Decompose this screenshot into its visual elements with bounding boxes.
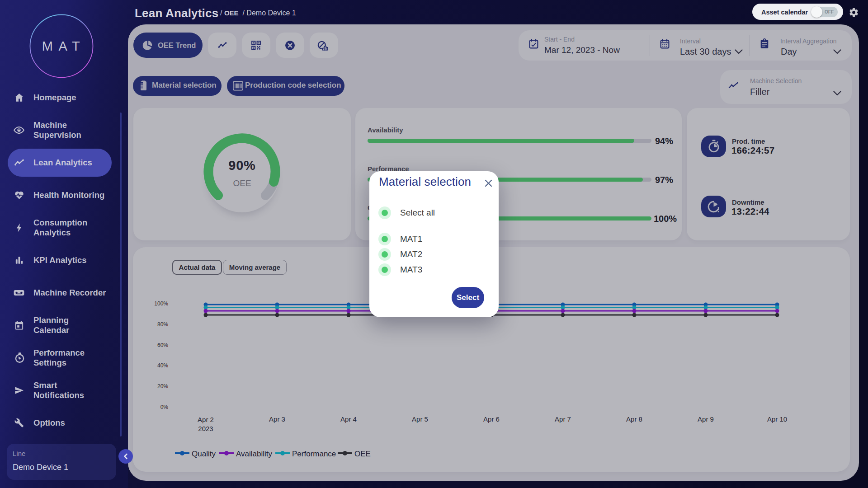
- svg-text:MAT: MAT: [42, 39, 86, 53]
